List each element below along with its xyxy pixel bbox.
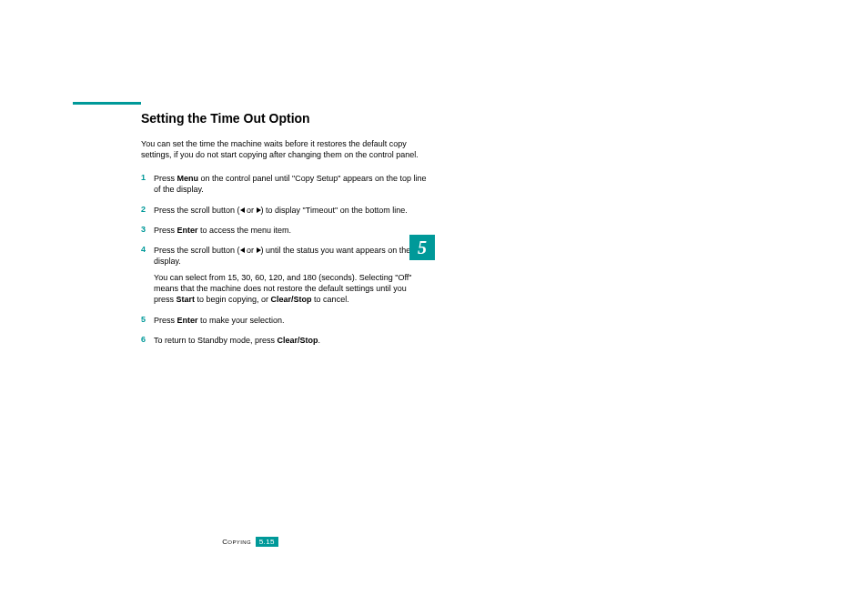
- step-6: 6 To return to Standby mode, press Clear…: [141, 335, 428, 346]
- intro-text: You can set the time the machine waits b…: [141, 138, 428, 160]
- step-2: 2 Press the scroll button ( or ) to disp…: [141, 205, 428, 216]
- step-text: To return to Standby mode, press Clear/S…: [154, 335, 320, 346]
- step-text: Press the scroll button ( or ) to displa…: [154, 205, 408, 216]
- step-1: 1 Press Menu on the control panel until …: [141, 173, 428, 195]
- page-footer: Copying 5.15: [141, 537, 359, 547]
- step-list: 1 Press Menu on the control panel until …: [141, 173, 428, 346]
- step-3: 3 Press Enter to access the menu item.: [141, 225, 428, 236]
- step-text: Press Menu on the control panel until "C…: [154, 173, 428, 195]
- step-4: 4 Press the scroll button ( or ) until t…: [141, 245, 428, 306]
- step-5: 5 Press Enter to make your selection.: [141, 315, 428, 326]
- page-body: Setting the Time Out Option You can set …: [73, 102, 437, 355]
- step-text: Press Enter to access the menu item.: [154, 225, 291, 236]
- section-heading: Setting the Time Out Option: [141, 111, 428, 126]
- step-number: 3: [141, 225, 154, 236]
- step-number: 2: [141, 205, 154, 216]
- step-text: Press the scroll button ( or ) until the…: [154, 245, 428, 306]
- step-number: 4: [141, 245, 154, 306]
- footer-page-number: 5.15: [256, 537, 278, 547]
- step-number: 1: [141, 173, 154, 195]
- step-text: Press Enter to make your selection.: [154, 315, 285, 326]
- chapter-tab: 5: [409, 235, 435, 260]
- step-number: 5: [141, 315, 154, 326]
- step-number: 6: [141, 335, 154, 346]
- footer-section-label: Copying: [222, 538, 251, 546]
